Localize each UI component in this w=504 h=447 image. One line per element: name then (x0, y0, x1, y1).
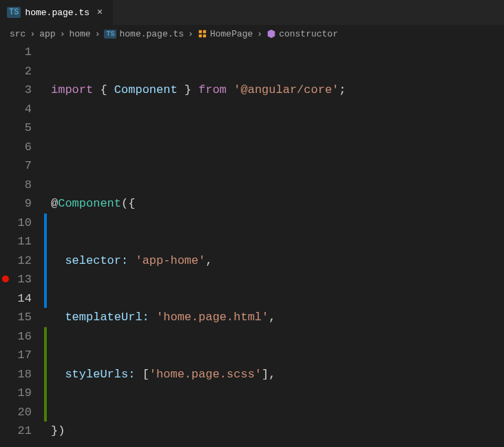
change-bar-segment (44, 214, 47, 233)
glyph-slot[interactable] (0, 276, 11, 295)
change-bar-segment (44, 156, 47, 176)
glyph-margin[interactable] (0, 43, 11, 447)
breadcrumb[interactable]: src › app › home › TS home.page.ts › Hom… (0, 25, 504, 43)
line-number[interactable]: 10 (11, 214, 32, 233)
glyph-slot[interactable] (0, 81, 11, 100)
code-line[interactable]: @Component({ (51, 194, 504, 214)
change-bar (44, 43, 47, 447)
change-bar-segment (44, 43, 47, 62)
class-icon (198, 29, 207, 39)
glyph-slot[interactable] (0, 176, 11, 195)
glyph-slot[interactable] (0, 351, 11, 371)
line-number[interactable]: 12 (11, 251, 32, 271)
typescript-icon: TS (7, 7, 21, 18)
method-icon (266, 29, 276, 39)
change-bar-segment (44, 422, 47, 441)
code-line[interactable]: styleUrls: ['home.page.scss'], (51, 365, 504, 384)
change-bar-segment (44, 308, 47, 327)
line-number[interactable]: 3 (11, 81, 32, 100)
change-bar-segment (44, 62, 47, 81)
line-number[interactable]: 17 (11, 346, 32, 365)
line-number[interactable]: 20 (11, 403, 32, 422)
breadcrumb-item[interactable]: src (10, 29, 25, 39)
breadcrumb-symbol[interactable]: HomePage (210, 29, 253, 39)
typescript-icon: TS (104, 30, 116, 39)
code-editor[interactable]: 123456789101112131415161718192021 import… (0, 43, 504, 447)
editor-tab[interactable]: TS home.page.ts × (0, 0, 114, 25)
code-line[interactable] (51, 138, 504, 157)
glyph-slot[interactable] (0, 232, 11, 251)
change-bar-segment (44, 232, 47, 251)
line-number[interactable]: 18 (11, 365, 32, 384)
glyph-slot[interactable] (0, 251, 11, 271)
line-number[interactable]: 11 (11, 232, 32, 251)
glyph-slot[interactable] (0, 295, 11, 314)
glyph-slot[interactable] (0, 371, 11, 390)
chevron-right-icon: › (187, 29, 195, 39)
line-number[interactable]: 8 (11, 176, 32, 195)
change-bar-segment (44, 194, 47, 214)
glyph-slot[interactable] (0, 313, 11, 333)
change-bar-segment (44, 118, 47, 138)
chevron-right-icon: › (94, 29, 102, 39)
change-bar-segment (44, 327, 47, 346)
glyph-slot[interactable] (0, 43, 11, 62)
change-bar-segment (44, 81, 47, 100)
code-content[interactable]: import { Component } from '@angular/core… (47, 43, 504, 447)
glyph-slot[interactable] (0, 408, 11, 428)
breadcrumb-item[interactable]: home (69, 29, 90, 39)
change-bar-segment (44, 403, 47, 422)
change-bar-segment (44, 289, 47, 309)
code-line[interactable]: templateUrl: 'home.page.html', (51, 308, 504, 327)
line-number[interactable]: 15 (11, 308, 32, 327)
close-icon[interactable]: × (94, 7, 106, 18)
glyph-slot[interactable] (0, 427, 11, 446)
line-number[interactable]: 21 (11, 422, 32, 441)
line-number[interactable]: 19 (11, 384, 32, 403)
tab-bar: TS home.page.ts × (0, 0, 504, 25)
breadcrumb-symbol[interactable]: constructor (279, 29, 338, 39)
line-number[interactable]: 7 (11, 156, 32, 176)
glyph-slot[interactable] (0, 100, 11, 119)
code-line[interactable]: }) (51, 422, 504, 441)
line-number[interactable]: 16 (11, 327, 32, 346)
line-number[interactable]: 13 (11, 270, 32, 289)
tab-filename: home.page.ts (25, 8, 90, 18)
change-bar-segment (44, 384, 47, 403)
line-number[interactable]: 1 (11, 43, 32, 62)
change-bar-segment (44, 365, 47, 384)
glyph-slot[interactable] (0, 214, 11, 233)
code-line[interactable]: import { Component } from '@angular/core… (51, 81, 504, 100)
glyph-slot[interactable] (0, 194, 11, 214)
line-number-gutter[interactable]: 123456789101112131415161718192021 (11, 43, 44, 447)
line-number[interactable]: 4 (11, 100, 32, 119)
glyph-slot[interactable] (0, 156, 11, 176)
glyph-slot[interactable] (0, 389, 11, 408)
change-bar-segment (44, 176, 47, 195)
change-bar-segment (44, 251, 47, 271)
line-number[interactable]: 14 (11, 289, 32, 309)
chevron-right-icon: › (28, 29, 36, 39)
change-bar-segment (44, 270, 47, 289)
change-bar-segment (44, 138, 47, 157)
line-number[interactable]: 2 (11, 62, 32, 81)
line-number[interactable]: 9 (11, 194, 32, 214)
code-line[interactable]: selector: 'app-home', (51, 251, 504, 271)
glyph-slot[interactable] (0, 118, 11, 138)
line-number[interactable]: 5 (11, 118, 32, 138)
breadcrumb-file[interactable]: home.page.ts (119, 29, 184, 39)
breadcrumb-item[interactable]: app (39, 29, 55, 39)
breakpoint-icon[interactable] (2, 276, 9, 282)
line-number[interactable]: 6 (11, 138, 32, 157)
glyph-slot[interactable] (0, 138, 11, 157)
chevron-right-icon: › (255, 29, 264, 39)
change-bar-segment (44, 100, 47, 119)
chevron-right-icon: › (59, 29, 67, 39)
glyph-slot[interactable] (0, 333, 11, 352)
glyph-slot[interactable] (0, 62, 11, 81)
change-bar-segment (44, 346, 47, 365)
